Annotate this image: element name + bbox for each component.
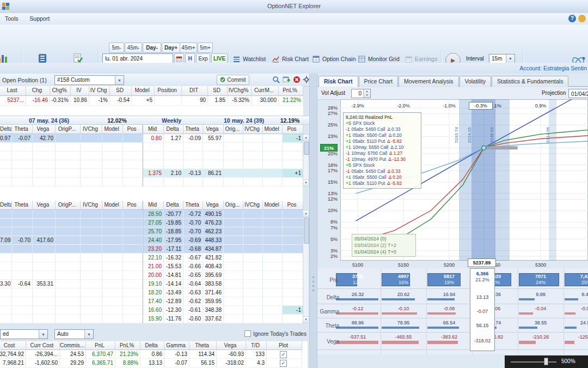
expiration-1-label[interactable]: 07 may. 24 (36) [5,117,93,124]
nav-day[interactable]: Day+ [162,43,180,53]
legend-position-row[interactable]: +105abr. 5500 CallΔ 0.20 [346,174,419,180]
interval-select[interactable]: 15m ▼ [489,54,515,63]
nav-45m[interactable]: 45m+ [180,43,197,53]
table-row[interactable] [0,178,143,186]
column-header[interactable]: Theta [183,125,203,134]
table-row[interactable]: 19.10-14.14-0.64383.58 [143,280,303,288]
table-row[interactable] [0,152,143,160]
column-header[interactable]: Cost [0,341,26,350]
column-header[interactable]: Theta [12,201,33,210]
close-position-icon[interactable] [293,76,301,84]
column-header[interactable]: Model [102,201,123,210]
table-row[interactable] [0,210,143,219]
table-row[interactable] [0,262,143,271]
tab-movement-analysis[interactable]: Movement Analysis [399,76,458,87]
table-row[interactable]: 18.20-13.49-0.63371.46 [143,288,303,297]
table-row[interactable]: 20.00-14.81-0.65395.69 [143,271,303,280]
chain2-scrollbar[interactable]: ▲ ▼ [303,210,309,323]
table-row[interactable]: 32,764.92-26,394...24.536,370.4721.23%0.… [0,350,308,359]
table-row[interactable] [0,315,143,323]
column-header[interactable]: CurrM... [252,86,279,96]
table-row[interactable] [0,227,143,236]
auto-select[interactable]: Auto ▼ [54,329,94,339]
table-row[interactable] [0,143,143,152]
ignore-trades-checkbox[interactable] [244,330,251,337]
table-row[interactable]: 7.09-0.70417.60 [0,236,143,245]
column-header[interactable]: IVChg [81,201,102,210]
column-header[interactable]: Model [263,125,283,134]
table-row[interactable]: 0.801.27-0.0955.97-1 [143,134,303,143]
expiration-2-label[interactable]: 10 may. 24 (39) [213,117,274,124]
column-header[interactable]: Pos [123,201,143,210]
column-header[interactable]: OrigP... [56,201,81,210]
column-header[interactable]: Delta [164,125,183,134]
table-row[interactable] [0,219,143,227]
panel-splitter[interactable] [309,74,317,368]
table-row[interactable] [0,160,143,169]
table-row[interactable]: 1.3752.10-0.1386.21+1 [143,169,303,178]
column-header[interactable]: SD [208,86,228,96]
nav-5m[interactable]: 5m+ [198,43,213,53]
table-row[interactable]: 15.90-11.76-0.60337.62 [143,315,303,323]
column-header[interactable]: PnL% [115,341,140,350]
table-row[interactable]: 21.00-15.53-0.66408.43 [143,262,303,271]
legend-position-row[interactable]: -105abr. 5450 CallΔ 0.33 [346,168,419,174]
column-header[interactable]: IVChg [243,201,263,210]
table-row[interactable] [0,169,143,178]
menu-support[interactable]: Support [24,13,54,22]
help-icon[interactable]: ? [568,15,576,22]
column-header[interactable]: Curr Cost [26,341,60,350]
scroll-up-icon[interactable]: ▲ [303,210,309,217]
spinner-arrows-icon[interactable]: ▲▼ [363,89,370,98]
table-row[interactable]: 3.30-0.64353.31 [0,280,143,288]
column-header[interactable]: Model [132,86,155,96]
column-header[interactable]: Orig... [224,201,243,210]
column-header[interactable]: Model [263,201,283,210]
column-header[interactable]: Position [155,86,182,96]
zoom-slider[interactable] [511,361,556,363]
column-header[interactable]: Delta [140,341,164,350]
scrollbar-thumb[interactable] [304,218,309,244]
commit-button[interactable]: Commit [217,75,249,85]
add-window-icon[interactable] [283,76,291,84]
table-row[interactable] [0,254,143,262]
table-row[interactable] [143,152,303,160]
table-row[interactable] [0,245,143,254]
column-header[interactable]: Vega [33,125,56,134]
nav-45m[interactable]: 45m- [125,43,142,53]
column-header[interactable]: IVChg% [228,86,252,96]
plot-checkbox[interactable]: ✓ [280,351,287,358]
table-row[interactable] [0,306,143,315]
table-row[interactable]: 16.60-12.30-0.61348.38-1 [143,306,303,315]
vol-adjust-spinner[interactable]: 0 ▲▼ [351,89,371,98]
column-header[interactable]: Vega [203,201,224,210]
strategy-select[interactable]: #158 Custom ▼ [54,75,124,85]
scrollbar-thumb[interactable] [304,142,309,155]
column-header[interactable]: IVChg [243,125,263,134]
projection-date-input[interactable]: 01/04/20 [568,89,588,98]
search-icon[interactable] [272,76,280,84]
plot-date-entry[interactable]: 01/04/2024 (4) T+0 [354,249,413,255]
column-header[interactable]: Theta [183,201,203,210]
legend-position-row[interactable]: +105abr. 5500 CallΔ 0.20 [346,132,419,138]
tab-statistics-fundamentals[interactable]: Statistics & Fundamentals [492,76,568,87]
legend-position-row[interactable]: +5SPX Stock [346,162,419,168]
column-header[interactable]: PnL% [279,86,303,96]
tip-icon[interactable] [578,15,586,22]
table-row[interactable] [0,297,143,306]
table-row[interactable] [143,178,303,186]
column-header[interactable]: Chg [26,86,50,96]
tab-price-chart[interactable]: Price Chart [359,76,399,87]
column-header[interactable]: Chg% [50,86,71,96]
column-header[interactable]: Mid [143,201,164,210]
column-header[interactable]: Delta [0,125,12,134]
table-row[interactable]: 5237...-16.46-0.31%10.86-1%-0.54+5901.85… [0,96,303,106]
column-header[interactable]: IVChg [81,125,102,134]
tab-risk-chart[interactable]: Risk Chart [318,76,358,87]
table-row[interactable]: 23.20-17.11-0.68434.87 [143,245,303,254]
column-header[interactable]: Mid [143,125,164,134]
scroll-up-icon[interactable]: ▲ [303,135,309,141]
column-header[interactable]: Vega [33,201,56,210]
column-header[interactable]: Pos [123,125,143,134]
legend-position-row[interactable]: -110may. 5700 CallΔ 1.27 [346,150,419,156]
